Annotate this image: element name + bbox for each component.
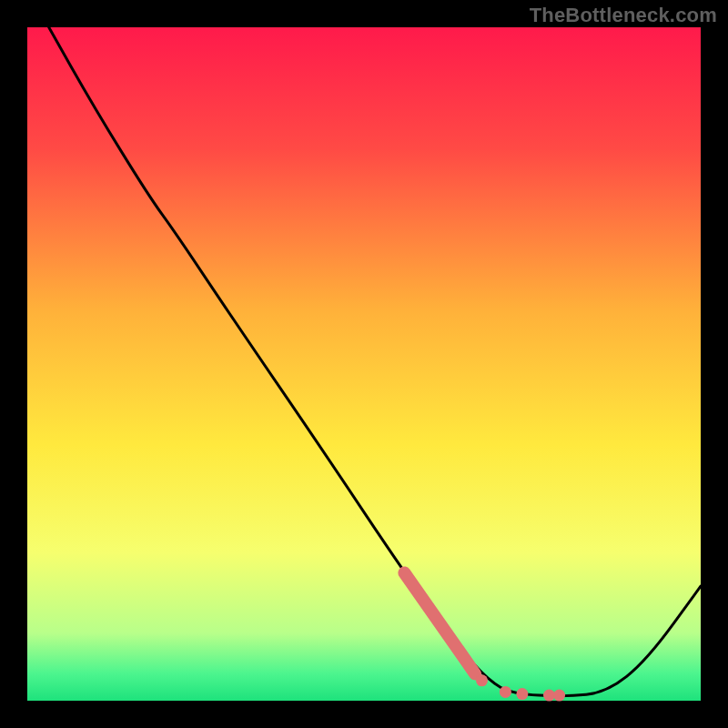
highlight-dot [500, 686, 511, 698]
bottleneck-chart [0, 0, 728, 728]
watermark-label: TheBottleneck.com [530, 4, 717, 27]
plot-background [27, 27, 701, 701]
highlight-dot [553, 690, 565, 702]
highlight-dot [543, 690, 555, 702]
highlight-dot [476, 674, 488, 686]
chart-stage: TheBottleneck.com [0, 0, 728, 728]
highlight-dot [516, 688, 528, 700]
